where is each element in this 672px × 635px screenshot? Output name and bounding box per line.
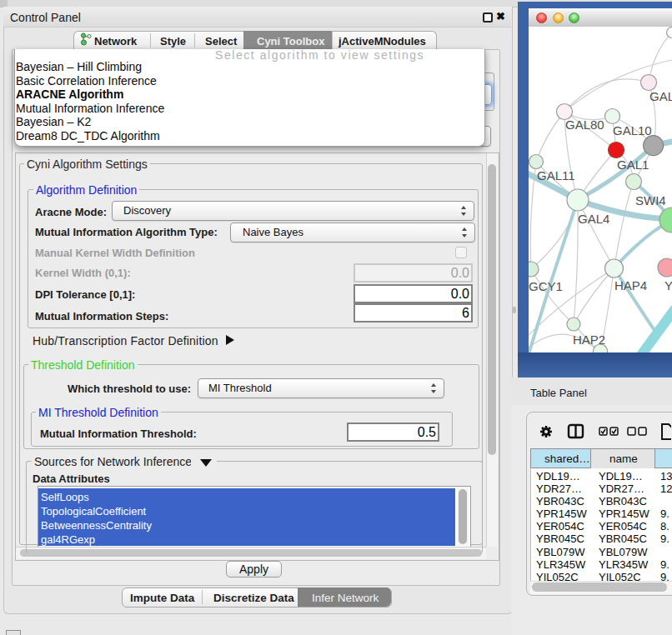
svg-text:GAL8: GAL8: [649, 89, 672, 103]
svg-text:HAP4: HAP4: [614, 278, 647, 292]
svg-text:GAL11: GAL11: [537, 168, 575, 182]
svg-text:YD: YD: [664, 278, 672, 292]
svg-text:SWI4: SWI4: [635, 193, 666, 208]
svg-text:GAL4: GAL4: [578, 212, 609, 226]
svg-text:GAL10: GAL10: [613, 123, 652, 138]
svg-text:GAL80: GAL80: [565, 118, 604, 132]
svg-text:HAP2: HAP2: [573, 332, 605, 347]
svg-text:GCY1: GCY1: [529, 279, 563, 293]
svg-text:GAL1: GAL1: [617, 158, 649, 172]
